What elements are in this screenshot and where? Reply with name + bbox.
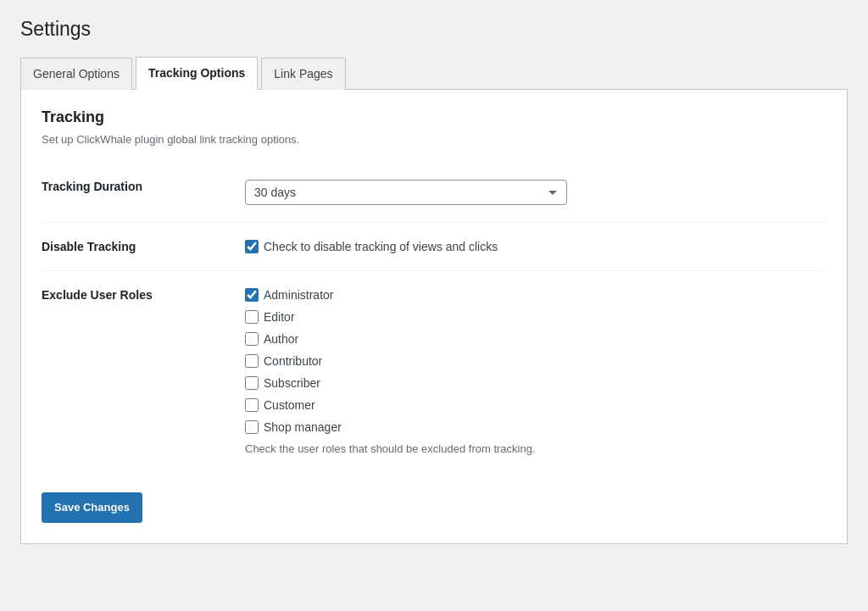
exclude-roles-hint: Check the user roles that should be excl… xyxy=(245,442,818,455)
role-editor-label[interactable]: Editor xyxy=(264,310,295,324)
role-shop-manager-label[interactable]: Shop manager xyxy=(264,420,342,434)
role-author-row: Author xyxy=(245,332,818,346)
role-shop-manager-row: Shop manager xyxy=(245,420,818,434)
tracking-duration-select[interactable]: 30 days 60 days 90 days 180 days 365 day… xyxy=(245,180,567,205)
disable-tracking-checkbox-label[interactable]: Check to disable tracking of views and c… xyxy=(264,240,498,253)
role-customer-row: Customer xyxy=(245,398,818,412)
role-author-checkbox[interactable] xyxy=(245,332,259,346)
role-contributor-checkbox[interactable] xyxy=(245,354,259,368)
disable-tracking-row: Disable Tracking Check to disable tracki… xyxy=(42,223,826,271)
role-contributor-row: Contributor xyxy=(245,354,818,368)
disable-tracking-label: Disable Tracking xyxy=(42,240,136,253)
role-contributor-label[interactable]: Contributor xyxy=(264,354,322,368)
section-title: Tracking xyxy=(42,107,826,128)
role-customer-label[interactable]: Customer xyxy=(264,398,315,412)
disable-tracking-checkbox[interactable] xyxy=(245,240,259,253)
role-customer-checkbox[interactable] xyxy=(245,398,259,412)
role-editor-checkbox[interactable] xyxy=(245,310,259,324)
role-subscriber-checkbox[interactable] xyxy=(245,376,259,390)
settings-form-table: Tracking Duration 30 days 60 days 90 day… xyxy=(42,163,826,472)
tracking-duration-row: Tracking Duration 30 days 60 days 90 day… xyxy=(42,163,826,223)
tab-tracking-options[interactable]: Tracking Options xyxy=(136,57,258,90)
save-changes-button[interactable]: Save Changes xyxy=(42,492,142,523)
exclude-user-roles-label: Exclude User Roles xyxy=(42,288,153,302)
role-shop-manager-checkbox[interactable] xyxy=(245,420,259,434)
tab-general-options[interactable]: General Options xyxy=(20,58,132,90)
role-administrator-checkbox[interactable] xyxy=(245,288,259,302)
exclude-user-roles-row: Exclude User Roles Administrator Editor … xyxy=(42,271,826,473)
role-subscriber-row: Subscriber xyxy=(245,376,818,390)
role-administrator-label[interactable]: Administrator xyxy=(264,288,333,302)
role-editor-row: Editor xyxy=(245,310,818,324)
disable-tracking-field: Check to disable tracking of views and c… xyxy=(245,240,818,253)
settings-content: Tracking Set up ClickWhale plugin global… xyxy=(20,90,848,544)
page-title: Settings xyxy=(20,17,848,42)
role-administrator-row: Administrator xyxy=(245,288,818,302)
role-author-label[interactable]: Author xyxy=(264,332,298,346)
tab-link-pages[interactable]: Link Pages xyxy=(261,58,345,90)
role-subscriber-label[interactable]: Subscriber xyxy=(264,376,320,390)
section-description: Set up ClickWhale plugin global link tra… xyxy=(42,133,826,146)
tabs-bar: General Options Tracking Options Link Pa… xyxy=(20,56,848,90)
tracking-duration-label: Tracking Duration xyxy=(42,180,142,193)
